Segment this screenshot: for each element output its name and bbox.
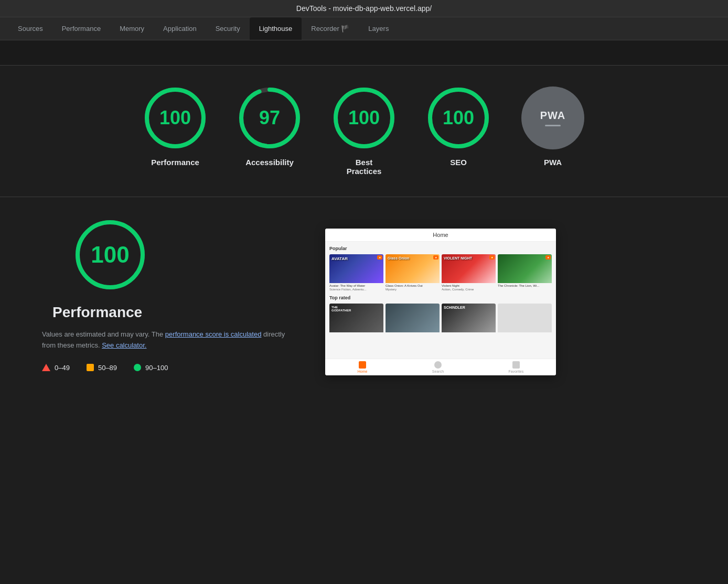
description-prefix: Values are estimated and may vary. The <box>42 330 163 338</box>
movie-card-bg-godfather2 <box>386 304 440 332</box>
badge-violent-night: ★ <box>489 255 495 259</box>
movie-app-header: Home <box>325 229 556 242</box>
tab-memory[interactable]: Memory <box>110 17 154 40</box>
score-label-accessibility: Accessibility <box>245 158 294 167</box>
score-circle-best-practices: 100 <box>333 86 395 149</box>
movie-card-avatar: ★ AVATAR Avatar: The Way of WaterScience… <box>329 254 383 291</box>
score-label-best-practices: BestPractices <box>347 158 382 176</box>
tab-application[interactable]: Application <box>154 17 206 40</box>
movie-card-godfather: THEGODFATHER <box>329 304 383 340</box>
favorites-icon <box>512 361 520 369</box>
legend-red-label: 0–49 <box>55 364 70 372</box>
movie-card-bg-violent-night: ★ VIOLENT NIGHT <box>442 254 496 283</box>
legend-item-red: 0–49 <box>42 364 70 372</box>
score-accessibility: 97 Accessibility <box>238 86 301 167</box>
legend-green-icon <box>134 364 141 371</box>
performance-description: Values are estimated and may vary. The p… <box>42 329 294 351</box>
movie-card-text-glass-onion: Glass Onion: A Knives OutMystery <box>386 284 440 291</box>
movie-card-godfather2 <box>386 304 440 340</box>
movie-app-content: Popular ★ AVATAR Avatar: The Way of Wate… <box>325 242 556 359</box>
pwa-text: PWA <box>540 110 566 122</box>
footer-home-label: Home <box>358 370 368 373</box>
scores-section: 100 Performance 97 Accessibility 100 Bes… <box>0 66 728 197</box>
badge-glass-onion: ★ <box>433 255 438 259</box>
movie-card-schindler: SCHINDLER <box>442 304 496 340</box>
top-rated-label: Top rated <box>329 295 552 300</box>
score-label-seo: SEO <box>450 158 467 167</box>
movie-card-violent-night: ★ VIOLENT NIGHT Violent NightAction, Com… <box>442 254 496 291</box>
tab-layers[interactable]: Layers <box>359 17 398 40</box>
movie-card-bg-godfather: THEGODFATHER <box>329 304 383 332</box>
movie-card-narnia: ★ The Chronicle: The Lion, Wi... <box>498 254 552 291</box>
score-circle-seo: 100 <box>427 86 490 149</box>
movie-card-text-narnia: The Chronicle: The Lion, Wi... <box>498 284 552 288</box>
footer-favorites[interactable]: Favorites <box>508 361 523 373</box>
score-number-best-practices: 100 <box>348 107 380 129</box>
home-icon <box>359 361 366 369</box>
footer-home[interactable]: Home <box>358 361 368 373</box>
calculator-link[interactable]: See calculator. <box>102 341 146 349</box>
score-best-practices: 100 BestPractices <box>333 86 395 176</box>
big-score-circle: 100 <box>73 218 147 291</box>
score-circle-performance: 100 <box>144 86 207 149</box>
score-number-seo: 100 <box>443 107 474 129</box>
tab-security[interactable]: Security <box>206 17 250 40</box>
title-bar: DevTools - movie-db-app-web.vercel.app/ <box>0 0 728 17</box>
score-pwa: PWA PWA <box>521 86 584 167</box>
score-number-performance: 100 <box>159 107 191 129</box>
score-label-performance: Performance <box>151 158 199 167</box>
legend-orange-label: 50–89 <box>98 364 117 372</box>
score-performance: 100 Performance <box>144 86 207 167</box>
movie-card-text-avatar: Avatar: The Way of WaterScience Fiction,… <box>329 284 383 291</box>
movie-app: Home Popular ★ AVATAR Avatar: The Way of… <box>325 229 556 375</box>
tab-lighthouse[interactable]: Lighthouse <box>250 17 302 40</box>
popular-movies-row: ★ AVATAR Avatar: The Way of WaterScience… <box>329 254 552 291</box>
movie-card-glass-onion: ★ Glass Onion Glass Onion: A Knives OutM… <box>386 254 440 291</box>
pwa-circle: PWA <box>521 86 584 149</box>
search-icon <box>434 361 442 369</box>
badge-narnia: ★ <box>545 255 551 259</box>
toolbar-area <box>0 40 728 66</box>
tab-sources[interactable]: Sources <box>8 17 52 40</box>
pwa-dash <box>545 125 561 126</box>
screenshot-panel: Home Popular ★ AVATAR Avatar: The Way of… <box>325 229 556 375</box>
tab-recorder[interactable]: Recorder 🏴 <box>302 17 359 40</box>
left-panel: 100 Performance Values are estimated and… <box>42 218 294 372</box>
movie-card-bg-avatar: ★ AVATAR <box>329 254 383 283</box>
movie-app-footer: Home Search Favorites <box>325 359 556 375</box>
score-number-accessibility: 97 <box>259 107 280 129</box>
movie-app-header-text: Home <box>433 232 448 238</box>
movie-card-bg-schindler: SCHINDLER <box>442 304 496 332</box>
title-text: DevTools - movie-db-app-web.vercel.app/ <box>296 4 432 13</box>
performance-score-link[interactable]: performance score is calculated <box>165 330 262 338</box>
top-rated-row: THEGODFATHER SCHINDLER <box>329 304 552 340</box>
footer-favorites-label: Favorites <box>508 370 523 373</box>
performance-title: Performance <box>52 304 294 321</box>
tab-bar: Sources Performance Memory Application S… <box>0 17 728 40</box>
footer-search-label: Search <box>432 370 444 373</box>
score-circle-accessibility: 97 <box>238 86 301 149</box>
legend-orange-icon <box>87 364 94 371</box>
footer-search[interactable]: Search <box>432 361 444 373</box>
badge-avatar: ★ <box>377 255 382 259</box>
legend-green-label: 90–100 <box>145 364 168 372</box>
movie-card-bg-narnia: ★ <box>498 254 552 283</box>
main-content: 100 Performance Values are estimated and… <box>0 197 728 396</box>
tab-performance[interactable]: Performance <box>52 17 110 40</box>
legend-item-green: 90–100 <box>134 364 168 372</box>
movie-card-bg-placeholder <box>498 304 552 332</box>
score-seo: 100 SEO <box>427 86 490 167</box>
legend-red-icon <box>42 364 50 371</box>
legend-item-orange: 50–89 <box>87 364 117 372</box>
movie-card-bg-glass-onion: ★ Glass Onion <box>386 254 440 283</box>
big-score-number: 100 <box>91 242 129 268</box>
movie-card-text-violent-night: Violent NightAction, Comedy, Crime <box>442 284 496 291</box>
screenshot-frame: Home Popular ★ AVATAR Avatar: The Way of… <box>325 229 556 375</box>
movie-card-placeholder <box>498 304 552 340</box>
score-label-pwa: PWA <box>544 158 562 167</box>
legend: 0–49 50–89 90–100 <box>42 364 294 372</box>
popular-label: Popular <box>329 246 552 251</box>
